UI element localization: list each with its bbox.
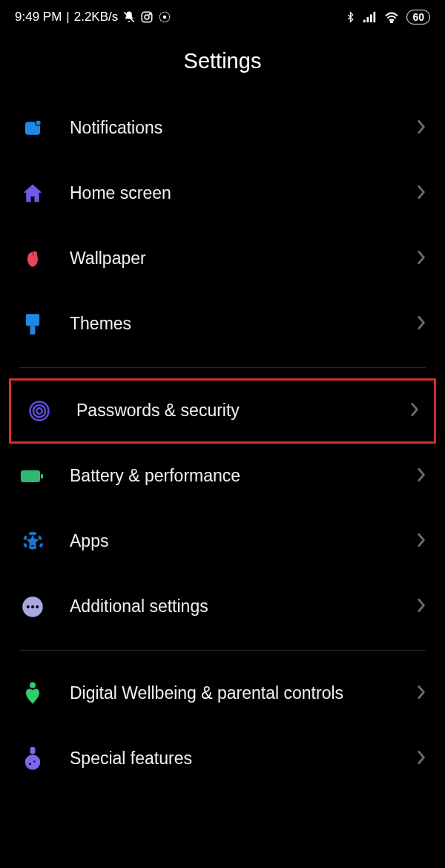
- svg-rect-6: [363, 20, 366, 23]
- settings-item-apps[interactable]: Apps: [4, 509, 441, 574]
- fingerprint-icon: [26, 398, 53, 424]
- battery-icon: [19, 463, 46, 490]
- settings-item-battery-performance[interactable]: Battery & performance: [4, 444, 441, 509]
- status-left: 9:49 PM | 2.2KB/s: [15, 10, 171, 24]
- settings-item-label: Themes: [70, 313, 393, 335]
- settings-item-label: Home screen: [70, 183, 393, 205]
- svg-point-18: [36, 408, 42, 414]
- battery-indicator: 60: [406, 10, 430, 24]
- settings-list: NotificationsHome screenWallpaperThemesP…: [0, 96, 445, 792]
- status-speed: 2.2KB/s: [74, 10, 119, 24]
- chevron-right-icon: [410, 402, 419, 420]
- svg-point-26: [31, 605, 34, 608]
- svg-point-31: [29, 763, 31, 765]
- svg-rect-9: [374, 12, 376, 22]
- more-icon: [19, 594, 46, 620]
- chevron-right-icon: [417, 315, 426, 333]
- apps-icon: [19, 528, 46, 555]
- settings-item-digital-wellbeing[interactable]: Digital Wellbeing & parental controls: [4, 661, 441, 726]
- mute-icon: [122, 10, 136, 24]
- svg-point-27: [36, 605, 39, 608]
- svg-rect-15: [30, 326, 36, 334]
- chevron-right-icon: [417, 185, 426, 203]
- settings-item-label: Apps: [70, 530, 393, 553]
- divider: [19, 367, 426, 368]
- bluetooth-icon: [345, 10, 356, 24]
- chevron-right-icon: [417, 598, 426, 616]
- status-time: 9:49 PM: [15, 10, 62, 24]
- svg-point-17: [33, 405, 45, 417]
- svg-point-30: [25, 754, 41, 770]
- special-icon: [19, 746, 46, 772]
- chevron-right-icon: [417, 533, 426, 550]
- wallpaper-icon: [19, 246, 46, 272]
- settings-item-label: Additional settings: [70, 596, 393, 618]
- svg-rect-14: [26, 314, 39, 326]
- svg-point-23: [29, 538, 36, 545]
- svg-point-32: [33, 760, 35, 762]
- settings-item-wallpaper[interactable]: Wallpaper: [4, 226, 441, 292]
- chevron-right-icon: [417, 467, 426, 485]
- svg-point-3: [150, 13, 151, 15]
- settings-item-home-screen[interactable]: Home screen: [4, 161, 441, 226]
- svg-point-10: [391, 21, 392, 22]
- svg-point-25: [27, 605, 30, 608]
- svg-point-2: [145, 15, 149, 19]
- settings-item-themes[interactable]: Themes: [4, 292, 441, 357]
- svg-rect-8: [370, 14, 372, 22]
- chevron-right-icon: [417, 119, 426, 137]
- chevron-right-icon: [417, 250, 426, 268]
- settings-item-additional-settings[interactable]: Additional settings: [4, 574, 441, 640]
- settings-item-label: Wallpaper: [70, 248, 393, 270]
- instagram-icon: [140, 10, 154, 24]
- settings-item-passwords-security[interactable]: Passwords & security: [9, 378, 436, 444]
- svg-point-28: [30, 683, 36, 688]
- settings-item-notifications[interactable]: Notifications: [4, 96, 441, 161]
- svg-rect-19: [21, 470, 40, 482]
- chevron-right-icon: [417, 750, 426, 768]
- settings-item-label: Special features: [70, 748, 393, 770]
- svg-rect-20: [41, 474, 43, 479]
- app-icon: [158, 10, 171, 24]
- chevron-right-icon: [417, 685, 426, 703]
- status-sep: |: [66, 10, 69, 24]
- svg-point-5: [163, 16, 167, 19]
- themes-icon: [19, 311, 46, 338]
- status-bar: 9:49 PM | 2.2KB/s 60: [0, 0, 445, 34]
- svg-rect-29: [30, 747, 36, 754]
- settings-item-label: Passwords & security: [76, 400, 386, 422]
- page-title: Settings: [0, 34, 445, 96]
- settings-item-label: Battery & performance: [70, 465, 393, 487]
- wifi-icon: [384, 11, 399, 23]
- settings-item-label: Notifications: [70, 117, 393, 139]
- svg-point-12: [36, 120, 42, 126]
- wellbeing-icon: [19, 680, 46, 707]
- notifications-icon: [19, 115, 46, 142]
- home-icon: [19, 180, 46, 207]
- signal-icon: [363, 11, 377, 23]
- svg-rect-7: [367, 17, 369, 22]
- status-right: 60: [345, 10, 430, 24]
- settings-item-special-features[interactable]: Special features: [4, 726, 441, 792]
- divider: [19, 650, 426, 651]
- settings-item-label: Digital Wellbeing & parental controls: [70, 683, 393, 705]
